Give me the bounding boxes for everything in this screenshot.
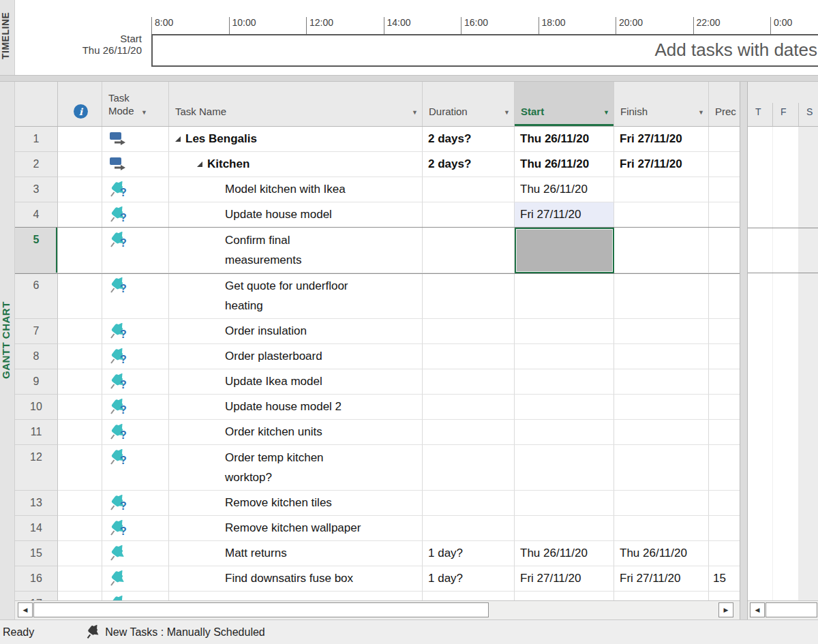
duration-cell[interactable] [423,319,515,344]
timeline-pane[interactable]: 8:0010:0012:0014:0016:0018:0020:0022:000… [15,0,818,75]
chart-scroll-left-button[interactable]: ◀ [750,602,765,617]
task-name-cell[interactable]: Kitchen [169,152,423,177]
duration-cell[interactable] [423,202,515,228]
table-scroll-right-button[interactable]: ▶ [718,602,733,617]
task-name-cell[interactable]: Les Bengalis [169,127,423,152]
task-name-cell[interactable]: Confirm final measurements [169,228,423,273]
task-name-cell[interactable]: Order kitchen units [169,420,423,445]
predecessors-cell[interactable] [709,541,740,566]
duration-cell[interactable] [423,177,515,202]
new-tasks-mode-button[interactable]: New Tasks : Manually Scheduled [105,626,265,639]
info-cell[interactable] [58,395,102,420]
finish-cell[interactable] [614,344,709,369]
row-number[interactable]: 15 [15,541,58,566]
task-mode-cell[interactable]: ? [102,491,169,516]
task-name-cell[interactable]: Find downsatirs fuse box [169,566,423,592]
predecessors-cell[interactable]: 15 [709,566,740,592]
finish-column-header[interactable]: Finish ▼ [614,82,709,126]
row-number[interactable]: 16 [15,566,58,592]
start-cell-selected[interactable] [515,228,614,273]
info-cell[interactable] [58,566,102,592]
finish-cell[interactable]: Thu 26/11/20 [614,541,709,566]
table-row[interactable]: 12 ? Order temp kitchen worktop? [15,445,740,491]
task-mode-cell[interactable]: ? [102,516,169,541]
info-cell[interactable] [58,592,102,600]
info-cell[interactable] [58,344,102,369]
chevron-down-icon[interactable]: ▼ [141,109,147,117]
predecessors-cell[interactable] [709,344,740,369]
table-row[interactable]: 11 ? Order kitchen units [15,420,740,445]
row-number[interactable]: 13 [15,491,58,516]
finish-cell[interactable]: Fri 27/11/20 [614,127,709,152]
task-name-cell[interactable]: Get quote for underfloor heating [169,273,423,319]
finish-cell[interactable] [614,420,709,445]
predecessors-cell[interactable] [709,491,740,516]
task-mode-cell[interactable]: ? [102,344,169,369]
finish-cell[interactable]: Fri 27/11/20 [614,566,709,592]
row-number[interactable]: 11 [15,420,58,445]
finish-cell[interactable] [614,592,709,600]
info-cell[interactable] [58,491,102,516]
task-name-cell[interactable]: Remove kitchen tiles [169,491,423,516]
start-cell[interactable] [515,344,614,369]
info-cell[interactable] [58,177,102,202]
start-cell[interactable] [515,319,614,344]
task-name-cell[interactable]: Remove kitchen wallpaper [169,516,423,541]
task-name-cell[interactable]: Update house model [169,202,423,228]
info-cell[interactable] [58,516,102,541]
finish-cell[interactable] [614,491,709,516]
task-name-cell[interactable]: Update Ikea model [169,369,423,395]
predecessors-cell[interactable] [709,420,740,445]
task-mode-cell[interactable]: ? [102,273,169,319]
duration-cell[interactable]: 1 day? [423,566,515,592]
chart-hscrollbar-thumb[interactable] [766,602,817,617]
predecessors-cell[interactable] [709,152,740,177]
table-row[interactable]: 8 ? Order plasterboard [15,344,740,369]
info-cell[interactable] [58,273,102,319]
chevron-down-icon[interactable]: ▼ [603,109,609,117]
row-number[interactable]: 5 [15,228,58,273]
row-number[interactable]: 1 [15,127,58,152]
finish-cell[interactable] [614,516,709,541]
expand-triangle-icon[interactable] [175,127,181,151]
duration-cell[interactable] [423,592,515,600]
start-cell[interactable] [515,369,614,395]
start-cell[interactable] [515,491,614,516]
task-mode-cell[interactable]: ? [102,369,169,395]
table-row[interactable]: 4 ? Update house model Fri 27/11/20 [15,202,740,228]
info-cell[interactable] [58,127,102,152]
predecessors-cell[interactable] [709,445,740,491]
finish-cell[interactable] [614,177,709,202]
info-cell[interactable] [58,445,102,491]
finish-cell[interactable] [614,445,709,491]
start-cell[interactable] [515,516,614,541]
table-row[interactable]: 2 Kitchen 2 days? Thu 26/11/20 Fri 27/11… [15,152,740,177]
start-cell[interactable] [515,592,614,600]
table-row[interactable]: 16 Find downsatirs fuse box 1 day? Fri 2… [15,566,740,592]
table-row[interactable]: 1 Les Bengalis 2 days? Thu 26/11/20 Fri … [15,127,740,152]
start-cell[interactable] [515,420,614,445]
finish-cell[interactable] [614,273,709,319]
task-name-cell[interactable] [169,592,423,600]
predecessors-cell[interactable] [709,592,740,600]
duration-cell[interactable]: 1 day? [423,541,515,566]
task-mode-cell[interactable]: ? [102,319,169,344]
row-number-header[interactable] [15,82,58,126]
predecessors-cell[interactable] [709,273,740,319]
table-row[interactable]: 7 ? Order insulation [15,319,740,344]
info-cell[interactable] [58,152,102,177]
task-name-cell[interactable]: Order insulation [169,319,423,344]
duration-cell[interactable] [423,395,515,420]
table-row[interactable]: 15 Matt returns 1 day? Thu 26/11/20 Thu … [15,541,740,566]
info-cell[interactable] [58,420,102,445]
start-cell[interactable]: Fri 27/11/20 [515,202,614,228]
start-cell[interactable] [515,445,614,491]
row-number[interactable]: 2 [15,152,58,177]
info-cell[interactable] [58,369,102,395]
start-column-header-selected[interactable]: Start ▼ [515,82,614,126]
task-name-cell[interactable]: Update house model 2 [169,395,423,420]
row-number[interactable]: 9 [15,369,58,395]
task-mode-column-header[interactable]: Task Mode ▼ [102,82,169,126]
chevron-down-icon[interactable]: ▼ [504,109,510,117]
table-scroll-left-button[interactable]: ◀ [18,602,33,617]
